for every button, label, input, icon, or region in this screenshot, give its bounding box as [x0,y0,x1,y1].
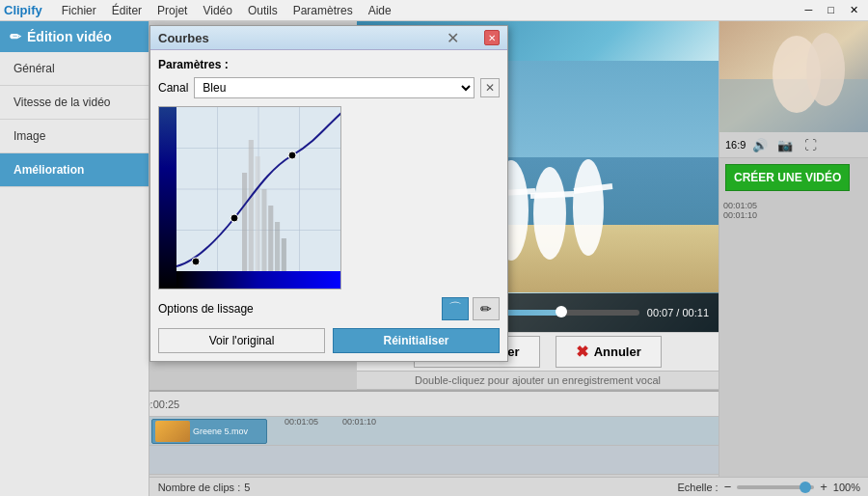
video-track-content[interactable]: Greene 5.mov 00:01:05 00:01:10 [149,417,719,445]
edition-close-button[interactable]: ✕ [447,29,459,47]
svg-rect-9 [261,189,266,271]
smoothing-row: Options de lissage ⌒ ✏ [158,297,500,320]
svg-point-15 [192,258,200,265]
nav-vitesse[interactable]: Vitesse de la vidéo [0,86,149,120]
menu-editer[interactable]: Éditer [104,2,149,19]
curve-gradient-left [159,107,176,289]
video-clip-1[interactable]: Greene 5.mov [151,419,267,444]
nav-amelioration[interactable]: Amélioration [0,153,149,187]
ruler-mark-2: 00:01:10 [342,417,376,427]
svg-rect-10 [268,206,273,271]
smoothing-label: Options de lissage [158,302,254,316]
clip-name: Greene 5.mov [193,427,248,436]
edition-title: ✏ Édition vidéo [0,21,149,52]
create-video-button[interactable]: CRÉER UNE VIDÉO [725,164,850,191]
echelle-label: Echelle : [677,482,718,493]
svg-rect-6 [242,173,247,271]
edition-panel: ✏ Édition vidéo Général Vitesse de la vi… [0,21,149,496]
curves-x-button[interactable]: ✕ [480,78,500,97]
scale-percent: 100% [833,482,860,493]
annuler-button[interactable]: ✖ Annuler [556,336,662,368]
svg-point-13 [231,214,238,222]
menu-video[interactable]: Vidéo [195,2,239,19]
zoom-minus-icon[interactable]: − [724,480,732,494]
zoom-plus-icon[interactable]: + [820,480,827,494]
curves-dialog: Courbes ✕ Paramètres : Canal Bleu Rouge … [149,25,508,362]
curves-close-button[interactable]: ✕ [484,30,500,45]
ruler-mark-1: 00:01:05 [285,417,318,427]
curve-bottom-gradient [176,271,340,289]
right-panel: 16:9 🔊 📷 ⛶ CRÉER UNE VIDÉO 00:01:05 00:0… [719,21,868,477]
right-controls: 16:9 🔊 📷 ⛶ [719,132,868,158]
curves-title: Courbes [158,31,209,45]
scale-thumb [800,482,811,493]
edition-icon: ✏ [10,29,21,44]
time-display: 00:07 / 00:11 [647,307,709,318]
right-ruler: 00:01:05 00:01:10 [719,197,868,224]
ratio-display: 16:9 [725,139,746,151]
voir-original-button[interactable]: Voir l'original [158,328,325,353]
x-icon: ✖ [576,343,588,361]
curves-bottom-buttons: Voir l'original Réinitialiser [158,328,500,353]
app-logo: Clipify [4,3,42,17]
smooth-line-button[interactable]: ✏ [473,297,500,320]
svg-rect-12 [282,238,286,271]
clips-label: Nombre de clips : [158,482,241,493]
curve-area[interactable] [158,106,341,289]
svg-rect-7 [249,140,254,271]
svg-point-30 [806,33,845,106]
text-track-content[interactable] [149,446,719,474]
nav-general[interactable]: Général [0,52,149,86]
canal-label: Canal [158,81,188,95]
svg-line-25 [530,194,574,196]
progress-thumb [556,306,567,317]
clips-value: 5 [244,482,250,493]
smooth-curve-button[interactable]: ⌒ [442,297,469,320]
svg-point-21 [533,167,566,260]
svg-rect-8 [256,156,260,271]
vocal-hint: Double-cliquez pour ajouter un enregistr… [357,371,719,390]
menu-fichier[interactable]: Fichier [54,2,104,19]
svg-rect-11 [275,222,280,271]
menu-outils[interactable]: Outils [240,2,285,19]
nav-image[interactable]: Image [0,120,149,153]
reinitialiser-button[interactable]: Réinitialiser [333,328,500,353]
scale-slider[interactable] [737,485,814,489]
fullscreen-icon[interactable]: ⛶ [800,136,821,153]
camera-capture-icon[interactable]: 📷 [774,136,796,153]
svg-point-22 [573,159,604,256]
volume-icon[interactable]: 🔊 [749,136,771,153]
params-label: Paramètres : [158,58,500,71]
svg-point-14 [288,152,296,159]
menubar: Clipify Fichier Éditer Projet Vidéo Outi… [0,0,868,21]
preview-thumbnail [719,21,868,132]
menu-aide[interactable]: Aide [361,2,399,19]
menu-projet[interactable]: Projet [149,2,195,19]
canal-select[interactable]: Bleu Rouge Vert Luminosité [194,77,475,98]
menu-parametres[interactable]: Paramètres [285,2,361,19]
